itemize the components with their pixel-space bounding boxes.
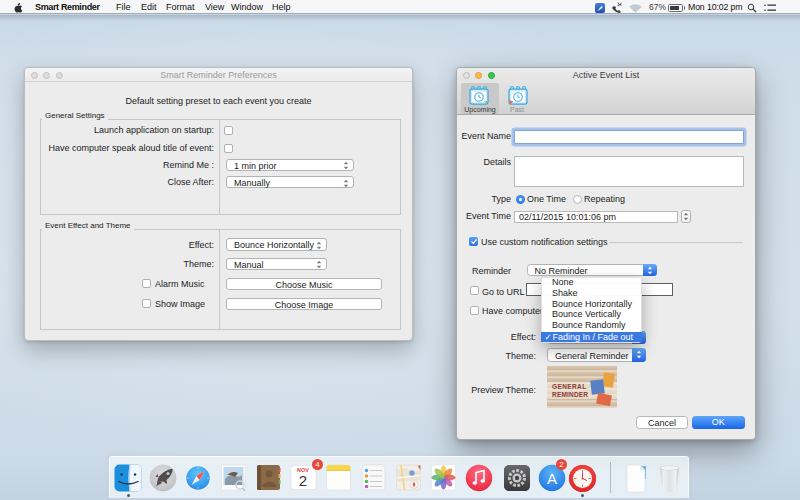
svg-text:2: 2 (299, 472, 307, 489)
svg-text:A: A (547, 469, 557, 486)
